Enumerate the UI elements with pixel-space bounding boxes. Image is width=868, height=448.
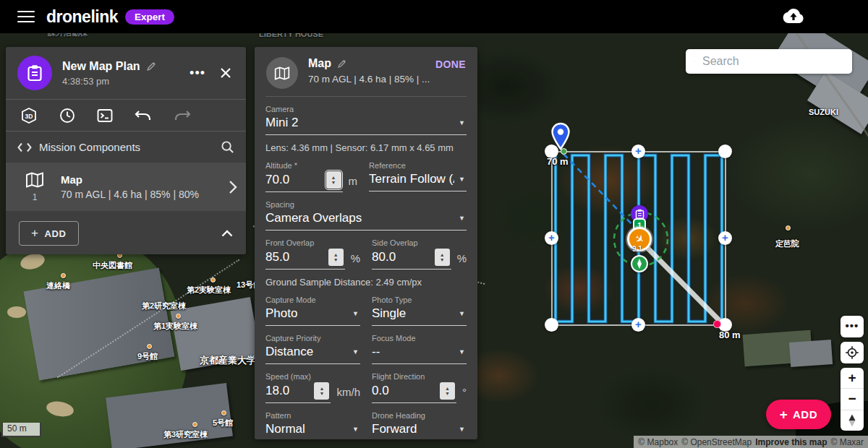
drone-speed-label: 9.1 (632, 245, 642, 253)
speed-unit: km/h (336, 386, 360, 398)
survey-width-label: 80 m (719, 329, 741, 340)
focus-mode-value: -- (372, 345, 380, 359)
search-input[interactable] (702, 55, 852, 68)
plan-toolbar: 3D (6, 100, 246, 131)
speed-label: Speed (max) (265, 372, 360, 381)
drone-heading-select[interactable]: Forward ▼ (372, 420, 467, 439)
front-overlap-unit: % (351, 252, 360, 264)
menu-icon[interactable] (17, 7, 35, 25)
attribution-mapbox[interactable]: © Mapbox (638, 437, 678, 447)
more-options-icon[interactable]: ••• (184, 63, 211, 84)
geolocate-button[interactable] (841, 342, 864, 363)
redo-icon[interactable] (174, 108, 191, 123)
add-component-button[interactable]: + ADD (19, 221, 79, 246)
divider (265, 96, 467, 97)
side-overlap-input[interactable]: 80.0 (372, 250, 396, 264)
chevron-down-icon: ▼ (352, 426, 359, 433)
component-index: 1 (20, 192, 49, 202)
close-icon[interactable] (216, 64, 236, 82)
survey-corner-handle-bl[interactable] (545, 318, 558, 332)
speed-stepper[interactable]: ▲▼ (314, 382, 329, 400)
survey-midpoint-handle-top[interactable]: + (631, 145, 645, 158)
photo-type-label: Photo Type (372, 296, 467, 304)
front-overlap-field: Front Overlap 85.0 ▲▼ % (265, 231, 360, 270)
map-more-options-button[interactable]: ••• (841, 316, 864, 337)
geolocate-icon (845, 345, 859, 360)
speed-input[interactable]: 18.0 (265, 384, 289, 398)
capture-mode-label: Capture Mode (265, 296, 360, 304)
attribution-osm[interactable]: © OpenStreetMap (681, 437, 752, 447)
detail-fields: Camera Mini 2 ▼ Lens: 4.36 mm | Sensor: … (255, 105, 477, 439)
flight-direction-input[interactable]: 0.0 (372, 384, 389, 398)
component-row-map[interactable]: 1 Map 70 m AGL | 4.6 ha | 85% | 80% (6, 163, 246, 211)
pattern-select[interactable]: Normal ▼ (265, 420, 360, 439)
drone-heading-value: Forward (372, 422, 417, 436)
reference-select[interactable]: Terrain Follow (AGL) ▼ (369, 170, 467, 191)
altitude-unit: m (349, 175, 358, 187)
survey-midpoint-handle-right[interactable]: + (718, 231, 732, 245)
search-icon[interactable] (221, 140, 234, 154)
code-brackets-icon (17, 142, 32, 152)
plan-panel: New Map Plan 4:38:53 pm ••• 3D (6, 47, 246, 254)
gsd-info: Ground Sample Distance: 2.49 cm/px (265, 277, 467, 288)
clipboard-icon (635, 209, 644, 219)
capture-mode-select[interactable]: Photo ▼ (265, 304, 360, 326)
front-overlap-input[interactable]: 85.0 (265, 250, 289, 264)
camera-label: Camera (265, 105, 467, 113)
drone-heading-label: Drone Heading (372, 411, 467, 420)
chevron-down-icon: ▼ (459, 348, 465, 356)
chevron-down-icon: ▼ (352, 348, 359, 356)
plan-title: New Map Plan (62, 60, 140, 73)
zoom-in-button[interactable]: + (841, 368, 864, 388)
side-overlap-field: Side Overlap 80.0 ▲▼ % (372, 231, 467, 270)
plan-avatar (17, 56, 52, 90)
camera-select[interactable]: Mini 2 ▼ (265, 113, 467, 135)
reference-field: Reference Terrain Follow (AGL) ▼ (369, 153, 467, 192)
survey-midpoint-handle-left[interactable]: + (545, 231, 558, 245)
plus-icon: + (631, 145, 645, 158)
front-overlap-stepper[interactable]: ▲▼ (328, 249, 344, 266)
flight-direction-field: Flight Direction 0.0 ▲▼ ° (372, 364, 467, 403)
camera-value: Mini 2 (265, 116, 298, 130)
compass-marker[interactable] (631, 255, 648, 272)
altitude-stepper[interactable]: ▲▼ (326, 171, 341, 189)
endpoint-dot (713, 320, 721, 328)
app-logo[interactable]: dronelink (46, 7, 118, 27)
undo-icon[interactable] (135, 108, 152, 123)
capture-priority-select[interactable]: Distance ▼ (265, 343, 360, 364)
side-overlap-stepper[interactable]: ▲▼ (435, 249, 450, 266)
compass-reset-button[interactable] (841, 410, 864, 431)
lens-info: Lens: 4.36 mm | Sensor: 6.17 mm x 4.65 m… (265, 142, 467, 153)
map-search-box (686, 49, 852, 74)
map-poi-dot (192, 422, 197, 427)
attribution-improve-link[interactable]: Improve this map (755, 437, 827, 447)
survey-midpoint-handle-bottom[interactable]: + (631, 318, 645, 332)
map-add-button[interactable]: + ADD (766, 400, 831, 429)
altitude-field: Altitude * 70.0 ▲▼ m (265, 153, 357, 192)
map-pin-icon[interactable] (550, 122, 571, 152)
photo-type-select[interactable]: Single ▼ (372, 304, 467, 326)
done-button[interactable]: DONE (435, 59, 466, 70)
altitude-input[interactable]: 70.0 (265, 173, 289, 187)
flight-direction-stepper[interactable]: ▲▼ (440, 382, 455, 400)
map-detail-panel: Map 70 m AGL | 4.6 ha | 85% | ... DONE C… (255, 47, 477, 439)
spacing-select[interactable]: Camera Overlaps ▼ (265, 209, 467, 231)
zoom-out-button[interactable]: − (841, 388, 864, 409)
map-poi-dot (61, 273, 66, 278)
console-icon[interactable] (97, 108, 113, 124)
edit-pencil-icon[interactable] (337, 59, 346, 69)
attribution-maxar[interactable]: © Maxar (830, 437, 864, 447)
flight-direction-unit: ° (462, 386, 467, 398)
survey-corner-handle-tr[interactable] (718, 145, 732, 158)
focus-mode-select[interactable]: -- ▼ (372, 343, 467, 364)
chevron-up-icon[interactable] (221, 230, 233, 237)
detail-title: Map (308, 57, 331, 70)
map-poi-dot (176, 314, 181, 319)
cloud-sync-icon[interactable] (783, 7, 804, 25)
3d-view-icon[interactable]: 3D (20, 107, 38, 124)
map-poi-dot (786, 225, 791, 231)
edit-pencil-icon[interactable] (146, 61, 156, 72)
timeline-clock-icon[interactable] (59, 108, 75, 124)
map-icon (25, 172, 44, 188)
spacing-value: Camera Overlaps (265, 211, 362, 225)
